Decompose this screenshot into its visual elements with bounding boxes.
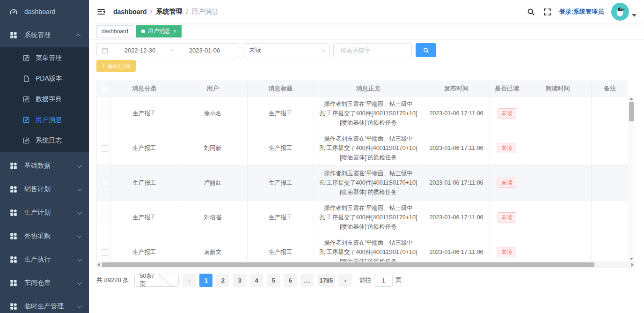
- mark-read-label: 标记已读: [108, 62, 130, 70]
- sidebar-item-label: 销售计划: [24, 185, 74, 194]
- sidebar-subitem-1[interactable]: PDA版本: [0, 68, 89, 89]
- cell-title: 生产报工: [248, 235, 314, 261]
- row-checkbox[interactable]: [102, 111, 108, 117]
- cell-title: 生产报工: [248, 96, 314, 131]
- vertical-scrollbar-thumb[interactable]: [629, 102, 634, 121]
- page-button-6[interactable]: 6: [284, 274, 297, 287]
- breadcrumb-item[interactable]: dashboard: [113, 8, 147, 15]
- sidebar-submenu: 菜单管理PDA版本数据字典用户消息系统日志: [0, 47, 89, 152]
- search-icon[interactable]: [527, 7, 535, 16]
- column-header-content: 消息正文: [314, 81, 423, 96]
- page-button-5[interactable]: 5: [267, 274, 280, 287]
- table-clip: 消息分类用户消息标题消息正文发布时间是否已读阅读时间备注 生产报工徐小名生产报工…: [96, 81, 628, 261]
- tag-dashboard[interactable]: dashboard: [96, 25, 133, 37]
- sidebar-collapse-icon[interactable]: [96, 7, 106, 16]
- filter-bar: 2022-12-30 - 2023-01-06 未读: [96, 43, 637, 57]
- user-menu[interactable]: [611, 3, 637, 21]
- cell-publish_time: 2023-01-06 17:11:06: [423, 131, 490, 165]
- scroll-down-arrow-icon[interactable]: [629, 258, 633, 260]
- document-icon: [22, 75, 30, 82]
- read-status-select[interactable]: 未读: [243, 43, 329, 57]
- breadcrumb-item[interactable]: 系统管理: [156, 7, 182, 16]
- row-checkbox-cell: [97, 235, 111, 261]
- next-page-button[interactable]: ›: [338, 274, 351, 287]
- login-user-label[interactable]: 登录:系统管理员: [559, 7, 604, 16]
- cell-user: 袁新文: [178, 235, 248, 261]
- vertical-scrollbar[interactable]: [628, 96, 635, 261]
- cell-read_status: 未读: [490, 200, 524, 235]
- page-button-1785[interactable]: 1785: [317, 274, 335, 287]
- cell-read_status: 未读: [490, 131, 524, 165]
- scroll-right-arrow-icon[interactable]: [631, 263, 634, 267]
- sidebar-item-8[interactable]: 临时生产管理: [0, 295, 89, 313]
- scroll-up-arrow-icon[interactable]: [629, 97, 633, 100]
- sidebar-subitem-4[interactable]: 系统日志: [0, 130, 89, 151]
- scroll-left-arrow-icon[interactable]: [97, 263, 100, 267]
- sidebar-subitem-2[interactable]: 数据字典: [0, 89, 89, 110]
- row-checkbox[interactable]: [102, 215, 108, 221]
- row-checkbox[interactable]: [102, 145, 108, 152]
- chevron-down-icon: [77, 210, 82, 215]
- cell-user: 卢丽红: [178, 165, 248, 200]
- fullscreen-icon[interactable]: [543, 7, 552, 16]
- column-header-remark: 备注: [592, 81, 629, 96]
- breadcrumb: dashboard/系统管理/用户消息: [113, 7, 218, 16]
- sidebar-item-2[interactable]: 基础数据: [0, 154, 89, 178]
- cell-user: 刘同新: [178, 131, 248, 165]
- cell-content: 操作者刘玉霞在'平端面、钻三级中孔'工序提交了400件[40011S0170+1…: [314, 235, 423, 261]
- page-button-1[interactable]: 1: [199, 274, 212, 287]
- sidebar-item-1[interactable]: 系统管理: [0, 23, 89, 47]
- chevron-down-icon: [632, 14, 637, 17]
- tag-用户消息[interactable]: 用户消息×: [136, 25, 182, 37]
- cell-content: 操作者刘玉霞在'平端面、钻三级中孔'工序提交了400件[40011S0170+1…: [314, 165, 423, 200]
- cell-publish_time: 2023-01-06 17:11:06: [423, 200, 490, 235]
- cell-remark: [592, 131, 629, 165]
- row-checkbox[interactable]: [102, 180, 108, 186]
- cell-read_time: [524, 235, 592, 261]
- sidebar-item-0[interactable]: dashboard: [0, 0, 89, 23]
- sidebar-item-7[interactable]: 车间仓库: [0, 271, 89, 295]
- avatar[interactable]: [611, 3, 629, 21]
- goto-page: 前往 页: [359, 274, 402, 287]
- horizontal-scrollbar[interactable]: [96, 261, 635, 268]
- row-checkbox-cell: [97, 200, 111, 235]
- cell-title: 生产报工: [248, 200, 314, 235]
- page-button-2[interactable]: 2: [216, 274, 229, 287]
- cell-remark: [592, 235, 629, 261]
- cell-category: 生产报工: [111, 165, 178, 200]
- sidebar-item-label: 生产执行: [24, 255, 74, 264]
- sidebar-menu: dashboard系统管理菜单管理PDA版本数据字典用户消息系统日志基础数据销售…: [0, 0, 89, 313]
- search-button[interactable]: [416, 43, 436, 57]
- status-badge: 未读: [498, 247, 516, 257]
- goto-page-input[interactable]: [374, 274, 393, 287]
- sidebar-subitem-0[interactable]: 菜单管理: [0, 48, 89, 68]
- page-button-4[interactable]: 4: [250, 274, 263, 287]
- sidebar-item-3[interactable]: 销售计划: [0, 178, 89, 201]
- date-end-value[interactable]: 2023-01-06: [175, 47, 234, 54]
- sidebar-item-4[interactable]: 生产计划: [0, 201, 89, 224]
- close-icon[interactable]: ×: [173, 29, 176, 34]
- page-size-select[interactable]: 50条/页: [134, 274, 179, 287]
- chevron-down-icon: [77, 304, 82, 308]
- keyword-input[interactable]: [339, 46, 406, 54]
- page-button-3[interactable]: 3: [233, 274, 246, 287]
- mark-read-button[interactable]: + 标记已读: [96, 60, 136, 72]
- grid-icon: [9, 279, 18, 287]
- grid-icon: [9, 31, 18, 39]
- date-range-picker[interactable]: 2022-12-30 - 2023-01-06: [96, 43, 239, 57]
- breadcrumb-separator: /: [151, 8, 153, 15]
- cell-remark: [592, 200, 629, 235]
- cell-content: 操作者刘玉霞在'平端面、钻三级中孔'工序提交了400件[40011S0170+1…: [314, 96, 423, 131]
- more-pages-button[interactable]: ...: [300, 274, 314, 287]
- date-start-value[interactable]: 2022-12-30: [110, 47, 169, 54]
- cell-content: 操作者刘玉霞在'平端面、钻三级中孔'工序提交了400件[40011S0170+1…: [314, 200, 423, 235]
- prev-page-button[interactable]: ‹: [183, 274, 196, 287]
- sidebar-item-5[interactable]: 外协采购: [0, 224, 89, 248]
- select-all-checkbox[interactable]: [101, 86, 107, 92]
- sidebar-item-6[interactable]: 生产执行: [0, 248, 89, 271]
- horizontal-scrollbar-thumb[interactable]: [102, 262, 594, 267]
- row-checkbox[interactable]: [102, 249, 108, 256]
- cell-remark: [592, 96, 629, 131]
- sidebar-subitem-3[interactable]: 用户消息: [0, 110, 89, 130]
- grid-icon: [9, 255, 18, 264]
